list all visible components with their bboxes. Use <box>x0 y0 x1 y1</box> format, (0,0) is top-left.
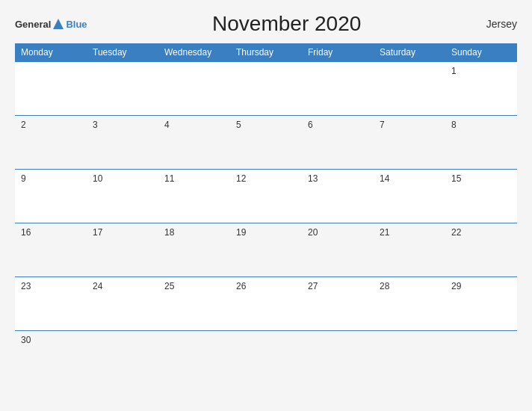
day-cell-empty <box>87 331 158 385</box>
day-cell-empty <box>374 331 445 385</box>
day-cell-30: 30 <box>15 331 87 385</box>
day-cell-11: 11 <box>158 170 230 223</box>
week-row-6: 30 <box>15 331 517 385</box>
day-cell-22: 22 <box>445 223 517 277</box>
region-label: Jersey <box>486 18 517 30</box>
header-friday: Friday <box>302 43 374 62</box>
day-cell-8: 8 <box>445 116 517 170</box>
day-cell-empty <box>302 331 374 385</box>
day-cell-21: 21 <box>374 223 445 277</box>
svg-marker-0 <box>53 19 64 29</box>
weekday-header-row: Monday Tuesday Wednesday Thursday Friday… <box>15 43 517 62</box>
day-cell-empty <box>445 331 517 385</box>
header-monday: Monday <box>15 43 87 62</box>
logo-general-text: General <box>15 19 51 30</box>
day-cell-4: 4 <box>158 116 230 170</box>
day-cell-24: 24 <box>87 277 158 331</box>
day-cell-7: 7 <box>374 116 445 170</box>
day-cell-28: 28 <box>374 277 445 331</box>
day-cell-17: 17 <box>87 223 158 277</box>
day-cell-14: 14 <box>374 170 445 223</box>
day-cell-1: 1 <box>445 62 517 116</box>
week-row-5: 23 24 25 26 27 28 29 <box>15 277 517 331</box>
week-row-3: 9 10 11 12 13 14 15 <box>15 170 517 223</box>
header-wednesday: Wednesday <box>158 43 230 62</box>
day-cell-3: 3 <box>87 116 158 170</box>
day-cell-26: 26 <box>230 277 302 331</box>
day-cell-2: 2 <box>15 116 87 170</box>
logo-icon <box>52 17 65 31</box>
header-saturday: Saturday <box>374 43 445 62</box>
day-cell-18: 18 <box>158 223 230 277</box>
day-cell <box>158 62 230 116</box>
day-cell <box>374 62 445 116</box>
header-thursday: Thursday <box>230 43 302 62</box>
day-cell-10: 10 <box>87 170 158 223</box>
day-cell-6: 6 <box>302 116 374 170</box>
day-cell-13: 13 <box>302 170 374 223</box>
calendar-title: November 2020 <box>87 12 486 36</box>
logo-blue-text: Blue <box>66 19 87 30</box>
day-cell <box>302 62 374 116</box>
header-sunday: Sunday <box>445 43 517 62</box>
day-cell <box>15 62 87 116</box>
day-cell-12: 12 <box>230 170 302 223</box>
logo: General Blue <box>15 17 87 31</box>
week-row-4: 16 17 18 19 20 21 22 <box>15 223 517 277</box>
week-row-1: 1 <box>15 62 517 116</box>
calendar-table: Monday Tuesday Wednesday Thursday Friday… <box>15 43 517 385</box>
day-cell-5: 5 <box>230 116 302 170</box>
header-tuesday: Tuesday <box>87 43 158 62</box>
week-row-2: 2 3 4 5 6 7 8 <box>15 116 517 170</box>
day-cell <box>87 62 158 116</box>
day-cell-15: 15 <box>445 170 517 223</box>
day-cell-20: 20 <box>302 223 374 277</box>
day-cell-19: 19 <box>230 223 302 277</box>
day-cell-27: 27 <box>302 277 374 331</box>
day-cell-16: 16 <box>15 223 87 277</box>
day-cell-25: 25 <box>158 277 230 331</box>
day-cell-empty <box>230 331 302 385</box>
day-cell-23: 23 <box>15 277 87 331</box>
day-cell-9: 9 <box>15 170 87 223</box>
day-cell-empty <box>158 331 230 385</box>
header: General Blue November 2020 Jersey <box>15 12 517 36</box>
day-cell <box>230 62 302 116</box>
calendar-page: General Blue November 2020 Jersey Monday… <box>0 0 532 411</box>
day-cell-29: 29 <box>445 277 517 331</box>
